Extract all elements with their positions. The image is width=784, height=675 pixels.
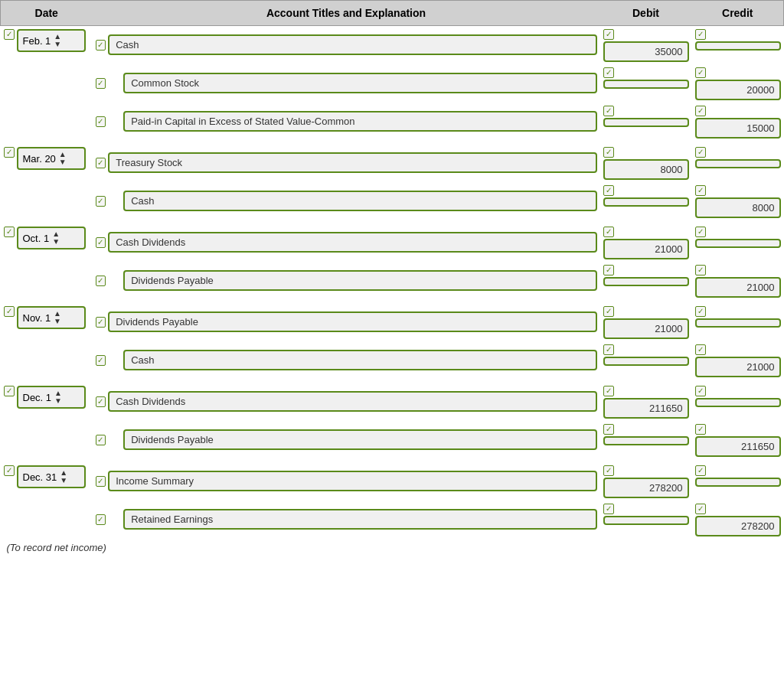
credit-check[interactable]: ✓ — [695, 306, 706, 317]
account-check[interactable]: ✓ — [96, 355, 106, 366]
debit-input[interactable] — [603, 436, 689, 445]
credit-input[interactable] — [695, 239, 781, 248]
credit-check[interactable]: ✓ — [695, 424, 706, 435]
credit-input[interactable] — [695, 159, 781, 168]
credit-input[interactable]: 8000 — [695, 197, 781, 218]
row-check[interactable]: ✓ — [4, 306, 15, 317]
debit-check[interactable]: ✓ — [603, 504, 614, 514]
debit-input[interactable] — [603, 118, 689, 127]
date-field[interactable]: Mar. 20 ▲▼ — [17, 147, 86, 170]
account-check[interactable]: ✓ — [96, 196, 106, 207]
debit-cell: ✓ — [600, 182, 692, 220]
date-field[interactable]: Feb. 1 ▲▼ — [17, 29, 86, 52]
account-input[interactable]: Cash — [123, 350, 596, 370]
debit-check[interactable]: ✓ — [603, 386, 614, 396]
account-input[interactable]: Cash Dividends — [108, 232, 596, 253]
account-check[interactable]: ✓ — [96, 435, 106, 445]
date-spinner[interactable]: ▲▼ — [60, 469, 67, 484]
debit-input[interactable] — [603, 516, 689, 525]
credit-input[interactable] — [695, 41, 781, 51]
date-spinner[interactable]: ▲▼ — [52, 230, 60, 246]
account-input[interactable]: Paid-in Capital in Excess of Stated Valu… — [123, 111, 596, 132]
credit-input[interactable] — [695, 398, 781, 407]
credit-check[interactable]: ✓ — [695, 265, 706, 276]
account-check[interactable]: ✓ — [96, 158, 106, 168]
debit-input[interactable] — [603, 357, 689, 366]
debit-check[interactable]: ✓ — [603, 106, 614, 116]
account-check[interactable]: ✓ — [96, 476, 106, 487]
debit-input[interactable] — [603, 80, 689, 89]
debit-cell: ✓ 21000 — [600, 223, 692, 262]
credit-input[interactable]: 15000 — [695, 118, 781, 139]
debit-input[interactable]: 278200 — [603, 478, 689, 498]
debit-check[interactable]: ✓ — [603, 67, 614, 78]
credit-check[interactable]: ✓ — [695, 344, 706, 355]
credit-check[interactable]: ✓ — [695, 29, 706, 40]
debit-check[interactable]: ✓ — [603, 424, 614, 435]
credit-check[interactable]: ✓ — [695, 147, 706, 158]
credit-check[interactable]: ✓ — [695, 106, 706, 116]
credit-input[interactable]: 20000 — [695, 80, 781, 100]
account-check[interactable]: ✓ — [96, 276, 106, 286]
account-input[interactable]: Dividends Payable — [123, 429, 596, 450]
debit-check[interactable]: ✓ — [603, 227, 614, 237]
account-input[interactable]: Dividends Payable — [108, 311, 596, 332]
table-row: ✓ Feb. 1 ▲▼ ✓ Cash ✓ 35000 ✓ — [1, 26, 784, 65]
debit-check[interactable]: ✓ — [603, 147, 614, 158]
credit-input[interactable]: 211650 — [695, 436, 781, 457]
debit-input[interactable]: 21000 — [603, 318, 689, 339]
date-field[interactable]: Oct. 1 ▲▼ — [17, 227, 86, 249]
date-spinner[interactable]: ▲▼ — [54, 390, 62, 405]
date-spinner[interactable]: ▲▼ — [59, 151, 67, 166]
credit-input[interactable] — [695, 478, 781, 487]
date-field[interactable]: Dec. 1 ▲▼ — [17, 386, 86, 409]
row-check[interactable]: ✓ — [4, 147, 15, 158]
credit-input[interactable]: 21000 — [695, 357, 781, 377]
debit-check[interactable]: ✓ — [603, 465, 614, 476]
debit-input[interactable] — [603, 277, 689, 286]
debit-input[interactable]: 211650 — [603, 398, 689, 419]
account-check[interactable]: ✓ — [96, 317, 106, 328]
account-input[interactable]: Cash — [108, 34, 596, 55]
debit-input[interactable]: 8000 — [603, 159, 689, 180]
account-input[interactable]: Dividends Payable — [123, 270, 596, 291]
row-check[interactable]: ✓ — [4, 227, 15, 237]
date-field[interactable]: Dec. 31 ▲▼ — [17, 465, 86, 488]
account-input[interactable]: Cash — [123, 191, 596, 211]
debit-input[interactable] — [603, 197, 689, 207]
debit-check[interactable]: ✓ — [603, 344, 614, 355]
credit-check[interactable]: ✓ — [695, 465, 706, 476]
account-check[interactable]: ✓ — [96, 237, 106, 248]
debit-check[interactable]: ✓ — [603, 185, 614, 196]
debit-input[interactable]: 21000 — [603, 239, 689, 259]
credit-check[interactable]: ✓ — [695, 386, 706, 396]
credit-input[interactable]: 278200 — [695, 516, 781, 536]
credit-check[interactable]: ✓ — [695, 504, 706, 514]
credit-check[interactable]: ✓ — [695, 185, 706, 196]
account-input[interactable]: Income Summary — [108, 471, 596, 491]
credit-check[interactable]: ✓ — [695, 227, 706, 237]
credit-input[interactable]: 21000 — [695, 277, 781, 298]
debit-check[interactable]: ✓ — [603, 29, 614, 40]
account-input[interactable]: Retained Earnings — [123, 509, 596, 530]
credit-input[interactable] — [695, 318, 781, 328]
account-check[interactable]: ✓ — [96, 514, 106, 525]
account-input[interactable]: Cash Dividends — [108, 391, 596, 412]
debit-check[interactable]: ✓ — [603, 265, 614, 276]
account-check[interactable]: ✓ — [96, 116, 106, 127]
date-spinner[interactable]: ▲▼ — [54, 33, 61, 48]
debit-input[interactable]: 35000 — [603, 41, 689, 62]
credit-check[interactable]: ✓ — [695, 67, 706, 78]
debit-check[interactable]: ✓ — [603, 306, 614, 317]
row-check[interactable]: ✓ — [4, 386, 15, 396]
date-spinner[interactable]: ▲▼ — [54, 310, 61, 325]
account-input[interactable]: Treasury Stock — [108, 152, 596, 173]
row-check[interactable]: ✓ — [4, 29, 15, 40]
date-field[interactable]: Nov. 1 ▲▼ — [17, 306, 86, 329]
account-check[interactable]: ✓ — [96, 40, 106, 51]
account-input[interactable]: Common Stock — [123, 73, 596, 93]
table-row: ✓ Dividends Payable ✓ ✓ 21000 — [1, 262, 784, 300]
row-check[interactable]: ✓ — [4, 465, 15, 476]
account-check[interactable]: ✓ — [96, 78, 106, 89]
account-check[interactable]: ✓ — [96, 396, 106, 407]
